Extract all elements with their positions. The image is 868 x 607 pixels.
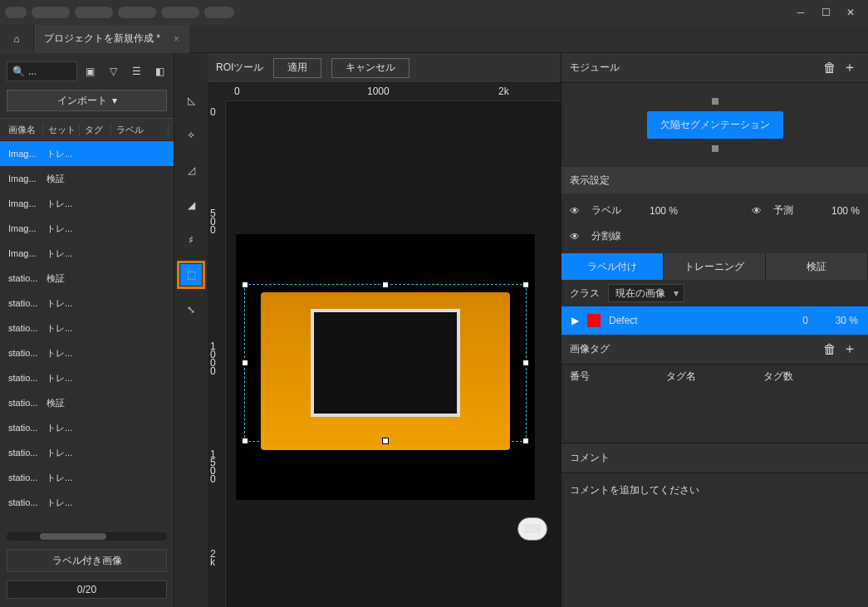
table-row[interactable]: statio...検証: [0, 266, 174, 291]
table-row[interactable]: statio...トレ...: [0, 316, 174, 340]
cell-name: Imag...: [5, 198, 43, 208]
comment-title: コメント: [570, 451, 860, 465]
labeled-images-button[interactable]: ラベル付き画像: [7, 549, 167, 572]
maximize-button[interactable]: ☐: [813, 3, 838, 22]
table-row[interactable]: Imag...トレ...: [0, 141, 174, 166]
eye-icon[interactable]: 👁: [752, 205, 765, 217]
cell-set: トレ...: [43, 198, 78, 210]
table-row[interactable]: statio...トレ...: [0, 365, 174, 390]
add-tag-icon[interactable]: ＋: [840, 340, 860, 358]
transform-tool[interactable]: ⤡: [180, 299, 202, 321]
menu-item[interactable]: [32, 7, 70, 18]
cell-name: statio...: [5, 348, 43, 358]
home-tab[interactable]: ⌂: [0, 25, 33, 53]
cell-set: トレ...: [43, 322, 78, 335]
image-rows: Imag...トレ...Imag...検証Imag...トレ...Imag...…: [0, 141, 174, 529]
tabbar: ⌂ プロジェクトを新規作成 * ×: [0, 25, 868, 53]
list-icon[interactable]: ☰: [129, 64, 144, 79]
add-image-icon[interactable]: ▣: [82, 64, 97, 79]
dashboard-icon[interactable]: ◧: [152, 64, 167, 79]
menu-item[interactable]: [204, 7, 234, 18]
col-set[interactable]: セット: [45, 124, 80, 136]
module-chip[interactable]: 欠陥セグメンテーション: [647, 111, 783, 139]
cell-name: Imag...: [5, 248, 43, 258]
tags-header: 画像タグ 🗑 ＋: [562, 335, 868, 365]
close-tab-icon[interactable]: ×: [174, 33, 179, 45]
search-placeholder: ...: [28, 66, 37, 77]
menu-item[interactable]: [161, 7, 199, 18]
tab-validation[interactable]: 検証: [766, 253, 868, 280]
class-count: 0: [802, 315, 808, 326]
menu-item[interactable]: [75, 7, 113, 18]
expand-icon[interactable]: ▶: [571, 315, 579, 326]
table-row[interactable]: statio...トレ...: [0, 440, 174, 465]
table-row[interactable]: statio...トレ...: [0, 415, 174, 440]
lasso-tool[interactable]: ◿: [180, 159, 202, 181]
apply-button[interactable]: 適用: [273, 58, 321, 78]
cell-set: トレ...: [43, 148, 78, 160]
cell-set: トレ...: [43, 223, 78, 235]
import-button[interactable]: インポート ▾: [7, 90, 167, 111]
table-row[interactable]: statio...トレ...: [0, 490, 174, 515]
class-bar: クラス 現在の画像: [562, 280, 868, 306]
label-opacity: 100 %: [650, 205, 678, 217]
tab-training[interactable]: トレーニング: [664, 253, 766, 280]
filter-icon[interactable]: ▽: [105, 64, 120, 79]
class-pct: 30 %: [817, 315, 858, 326]
roi-selection[interactable]: [244, 284, 527, 442]
home-icon: ⌂: [13, 33, 19, 45]
table-row[interactable]: statio...トレ...: [0, 340, 174, 365]
class-name: Defect: [609, 315, 794, 326]
table-row[interactable]: Imag...トレ...: [0, 216, 174, 241]
horizontal-ruler: 0 1000 2k: [226, 83, 561, 101]
minimize-button[interactable]: ─: [788, 3, 813, 22]
grid-tool[interactable]: ♯: [180, 229, 202, 251]
cell-name: statio...: [5, 323, 43, 333]
eraser-tool[interactable]: ◢: [180, 194, 202, 216]
col-label[interactable]: ラベル: [113, 124, 169, 136]
cell-name: Imag...: [5, 149, 43, 159]
viewport[interactable]: ⌨: [226, 101, 561, 607]
eye-icon[interactable]: 👁: [570, 231, 583, 242]
tab-labeling[interactable]: ラベル付け: [562, 253, 664, 280]
node-connector[interactable]: [712, 145, 718, 152]
menu-item[interactable]: [5, 7, 27, 18]
cell-set: トレ...: [43, 422, 78, 434]
keyboard-button[interactable]: ⌨: [517, 517, 547, 541]
table-row[interactable]: Imag...トレ...: [0, 241, 174, 266]
close-button[interactable]: ✕: [838, 3, 863, 22]
class-label: クラス: [570, 286, 600, 301]
delete-module-icon[interactable]: 🗑: [820, 61, 840, 76]
cancel-button[interactable]: キャンセル: [331, 58, 409, 78]
module-title: モジュール: [570, 61, 820, 75]
eye-icon[interactable]: 👁: [570, 205, 583, 217]
cell-set: トレ...: [43, 297, 78, 310]
search-input[interactable]: 🔍 ...: [7, 61, 77, 81]
table-row[interactable]: statio...トレ...: [0, 291, 174, 316]
cell-set: トレ...: [43, 247, 78, 260]
magic-wand-tool[interactable]: ✧: [180, 125, 202, 146]
col-tag[interactable]: タグ: [81, 124, 111, 136]
menu-item[interactable]: [118, 7, 156, 18]
delete-tag-icon[interactable]: 🗑: [820, 342, 840, 357]
polygon-tool[interactable]: ◺: [180, 90, 202, 111]
add-module-icon[interactable]: ＋: [840, 59, 860, 76]
document-tab-label: プロジェクトを新規作成 *: [44, 32, 160, 46]
cell-set: 検証: [43, 173, 78, 185]
document-tab[interactable]: プロジェクトを新規作成 * ×: [33, 25, 189, 53]
tag-columns: 番号 タグ名 タグ数: [562, 365, 868, 389]
class-scope-combo[interactable]: 現在の画像: [608, 284, 684, 302]
node-connector[interactable]: [712, 98, 718, 105]
cell-name: statio...: [5, 423, 43, 433]
table-row[interactable]: Imag...トレ...: [0, 191, 174, 216]
horizontal-scrollbar[interactable]: [7, 532, 167, 541]
table-row[interactable]: statio...検証: [0, 390, 174, 415]
roi-tool[interactable]: ⬚: [180, 264, 202, 286]
table-row[interactable]: Imag...検証: [0, 166, 174, 191]
col-image-name[interactable]: 画像名: [5, 124, 43, 136]
comment-input[interactable]: コメントを追加してください: [562, 473, 868, 507]
class-row[interactable]: ▶ Defect 0 30 %: [562, 306, 868, 335]
table-row[interactable]: statio...トレ...: [0, 465, 174, 490]
search-icon: 🔍: [12, 66, 25, 77]
import-label: インポート: [57, 94, 107, 108]
